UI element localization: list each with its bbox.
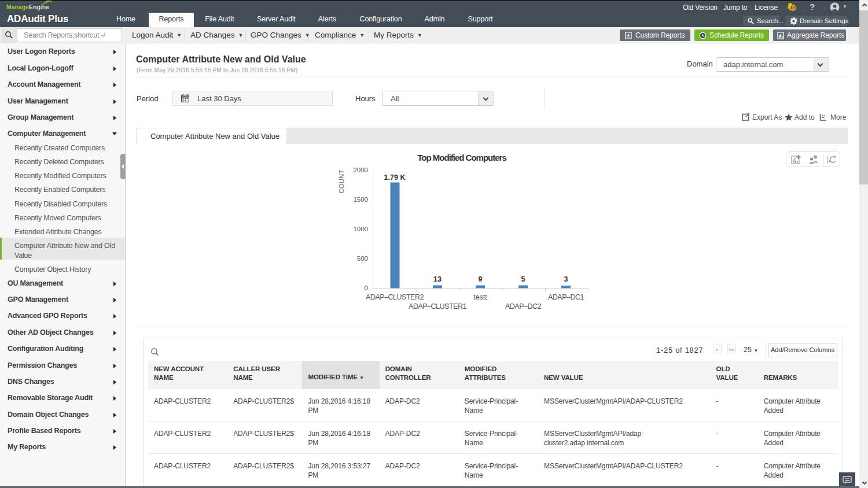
svg-text:ADAP–DC1: ADAP–DC1 [548,293,584,301]
svg-text:3: 3 [564,275,568,283]
svg-text:Top Modified Computers: Top Modified Computers [417,153,506,162]
svg-text:1500: 1500 [353,196,368,203]
svg-text:1000: 1000 [353,225,368,232]
svg-text:0: 0 [792,5,795,11]
svg-text:9: 9 [479,275,483,283]
svg-text:ADAP–CLUSTER1: ADAP–CLUSTER1 [409,302,466,310]
svg-text:testt: testt [473,293,487,301]
svg-text:13: 13 [433,275,442,283]
svg-text:ADAP–DC2: ADAP–DC2 [505,302,542,310]
svg-text:COUNT: COUNT [338,170,345,194]
svg-text:ADAP–CLUSTER2: ADAP–CLUSTER2 [366,293,424,301]
svg-text:5: 5 [521,275,525,283]
svg-text:2000: 2000 [353,167,368,173]
svg-text:1.79 K: 1.79 K [384,173,406,182]
svg-text:0: 0 [365,284,368,291]
svg-text:500: 500 [357,255,368,262]
